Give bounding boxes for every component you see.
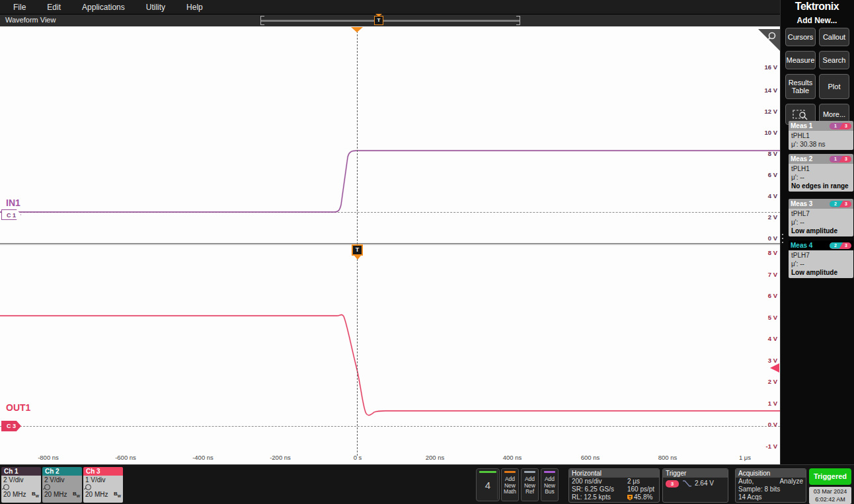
meas-4-source-badge: 2 3 [830, 242, 851, 249]
time-axis-0s: 0 s [354, 454, 362, 461]
ch1-bw-limit-icon: BW [32, 490, 39, 500]
overview-right-bracket[interactable] [516, 16, 520, 25]
ch1-scale: 2 V/div [3, 476, 24, 484]
horizontal-overview-bar[interactable]: T [260, 16, 520, 25]
out1-axis-8v: 8 V [768, 249, 777, 257]
ch2-probe-icon [44, 484, 50, 490]
measure-button[interactable]: Measure [785, 51, 816, 69]
plot-button[interactable]: Plot [819, 74, 849, 99]
bottom-bar-divider [497, 470, 498, 499]
meas-2-value: μ': -- [791, 173, 851, 182]
waveform-count-indicator [479, 471, 496, 473]
horizontal-panel-title: Horizontal [569, 469, 659, 478]
zoom-select-icon [793, 109, 808, 120]
ch3-bw-limit-icon: BW [114, 490, 121, 500]
out1-axis-6v: 6 V [768, 292, 777, 300]
out1-axis-5v: 5 V [768, 314, 777, 322]
acquisition-panel[interactable]: Acquisition Auto,Analyze Sample: 8 bits … [735, 468, 806, 503]
acquisition-sample: Sample: 8 bits [738, 486, 780, 493]
ch1-badge[interactable]: Ch 1 2 V/div 20 MHzBW [1, 467, 41, 503]
time-axis-m400ns: -400 ns [192, 454, 214, 461]
trigger-level-value: 2.64 V [695, 480, 714, 487]
menu-edit[interactable]: Edit [47, 3, 61, 12]
ch3-scale: 1 V/div [85, 476, 106, 484]
ch1-badge-title: Ch 1 [1, 467, 41, 476]
meas-1-card[interactable]: Meas 1 1 3 tPHL1 μ': 30.38 ns [789, 121, 853, 150]
ch3-bandwidth: 20 MHz [85, 491, 108, 499]
horizontal-sample-rate: SR: 6.25 GS/s [572, 486, 627, 493]
in1-axis-16v: 16 V [764, 63, 777, 71]
callout-button[interactable]: Callout [819, 28, 849, 46]
add-new-ref-button[interactable]: AddNewRef [521, 468, 539, 501]
add-new-bus-button[interactable]: AddNewBus [541, 468, 559, 501]
meas-4-status: Low amplitude [791, 268, 851, 277]
datetime-display: 03 Mar 2024 6:02:42 AM [809, 487, 851, 504]
meas-4-name: Meas 4 [791, 242, 812, 249]
panel-in1: 16 V 14 V 12 V 10 V 8 V 6 V 4 V 2 V 0 V … [0, 26, 780, 243]
meas-2-card[interactable]: Meas 2 1 3 tPLH1 μ': -- No edges in rang… [789, 154, 853, 192]
in1-axis-12v: 12 V [764, 108, 777, 116]
time-axis-200ns: 200 ns [426, 454, 445, 461]
meas-2-name: Meas 2 [791, 155, 812, 162]
meas-3-value: μ': -- [791, 218, 851, 227]
meas-3-status: Low amplitude [791, 227, 851, 235]
meas-3-card[interactable]: Meas 3 2 3 tPHL7 μ': -- Low amplitude [789, 199, 853, 236]
out1-axis-3v: 3 V [768, 357, 777, 365]
date-value: 03 Mar 2024 [809, 487, 851, 495]
in1-axis-4v: 4 V [768, 192, 777, 200]
menu-utility[interactable]: Utility [146, 3, 165, 12]
in1-axis-0v: 0 V [768, 234, 777, 242]
trigger-badge-tail-icon [354, 256, 361, 260]
menu-applications[interactable]: Applications [82, 3, 125, 12]
meas-3-source-badge: 2 3 [830, 201, 851, 207]
meas-1-name: Meas 1 [791, 122, 812, 129]
waveform-view-tab[interactable]: Waveform View [5, 16, 56, 24]
search-button[interactable]: Search [819, 51, 849, 69]
in1-axis-2v: 2 V [768, 213, 777, 221]
horizontal-panel[interactable]: Horizontal 200 ns/div2 μs SR: 6.25 GS/s1… [568, 468, 660, 503]
meas-drag-handle[interactable] [781, 234, 785, 243]
meas-4-card[interactable]: Meas 4 2 3 tPLH7 μ': -- Low amplitude [789, 240, 853, 278]
cursors-button[interactable]: Cursors [785, 28, 816, 46]
horizontal-record-length: RL: 12.5 kpts [572, 493, 627, 501]
trigger-position-badge[interactable]: T [352, 244, 363, 256]
trigger-position-caret-icon[interactable] [351, 27, 363, 32]
waveform-count-button[interactable]: 4 [476, 468, 500, 501]
falling-edge-icon [682, 480, 692, 487]
in1-axis-8v: 8 V [768, 150, 777, 158]
meas-4-type: tPLH7 [791, 251, 851, 260]
trigger-panel[interactable]: Trigger 3 2.64 V [662, 468, 728, 503]
out1-axis-neg1v: -1 V [766, 443, 777, 450]
overview-left-bracket[interactable] [260, 16, 264, 25]
in1-axis-10v: 10 V [764, 129, 777, 137]
meas-2-type: tPLH1 [791, 164, 851, 173]
trigger-source-badge: 3 [666, 480, 679, 487]
horizontal-window: 2 μs [627, 478, 640, 486]
horizontal-trigger-position: 45.8% [634, 493, 652, 501]
ch1-probe-icon [3, 484, 9, 490]
out1-axis-1v: 1 V [768, 400, 777, 408]
ch2-badge[interactable]: Ch 2 2 V/div 20 MHzBW [42, 467, 82, 503]
meas-3-name: Meas 3 [791, 200, 812, 207]
horizontal-resolution: 160 ps/pt [627, 486, 654, 493]
out1-axis-7v: 7 V [768, 271, 777, 279]
out1-axis-4v: 4 V [768, 335, 777, 343]
results-table-button[interactable]: Results Table [785, 74, 816, 99]
menu-help[interactable]: Help [186, 3, 203, 12]
time-axis-400ns: 400 ns [503, 454, 522, 461]
trigger-position-marker[interactable]: T [374, 16, 383, 25]
panel-out1: 8 V 7 V 6 V 5 V 4 V 3 V 2 V 1 V 0 V -1 V… [0, 245, 780, 464]
meas-1-source-badge: 1 3 [830, 123, 851, 129]
out1-axis-0v: 0 V [768, 421, 777, 429]
ch3-badge[interactable]: Ch 3 1 V/div 20 MHzBW [83, 467, 123, 503]
add-new-button-grid: Cursors Callout Measure Search Results T… [781, 28, 854, 125]
math-color-bar [504, 471, 516, 473]
ch2-bandwidth: 20 MHz [44, 491, 67, 499]
ch2-bw-limit-icon: BW [73, 490, 80, 500]
waveform-area: 16 V 14 V 12 V 10 V 8 V 6 V 4 V 2 V 0 V … [0, 26, 780, 464]
ch3-badge-title: Ch 3 [83, 467, 123, 476]
add-new-math-button[interactable]: AddNewMath [501, 468, 519, 501]
time-value: 6:02:42 AM [809, 495, 851, 503]
ch1-trace [0, 26, 780, 243]
menu-file[interactable]: File [13, 3, 26, 12]
